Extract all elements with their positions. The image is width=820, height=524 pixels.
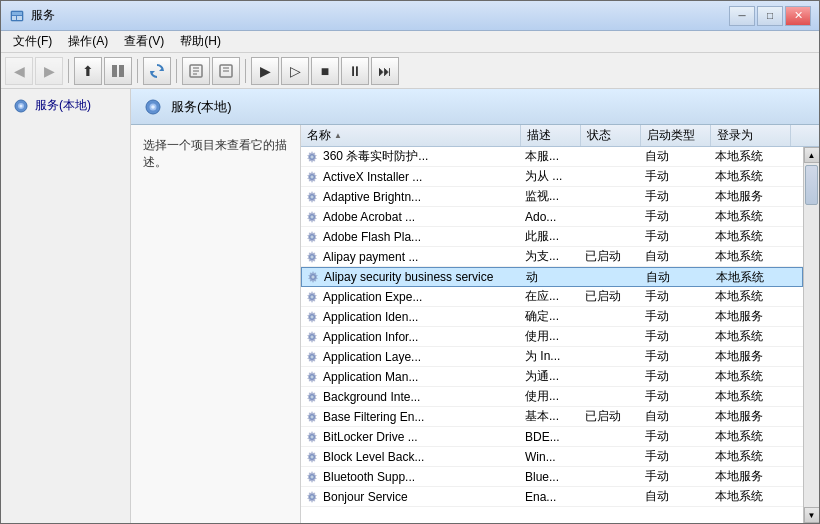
service-startup-cell: 手动 [641,187,711,206]
table-row[interactable]: Alipay payment ... 为支... 已启动 自动 本地系统 [301,247,803,267]
table-row[interactable]: Application Infor... 使用... 手动 本地系统 [301,327,803,347]
svg-rect-4 [112,65,117,77]
service-name-cell: Base Filtering En... [301,407,521,426]
service-desc-cell: Blue... [521,467,581,486]
svg-point-35 [311,236,313,238]
maximize-button[interactable]: □ [757,6,783,26]
back-button[interactable]: ◀ [5,57,33,85]
menu-help[interactable]: 帮助(H) [172,31,229,52]
service-status-cell: 已启动 [581,407,641,426]
refresh-button[interactable] [143,57,171,85]
header-login[interactable]: 登录为 [711,125,791,146]
service-login-cell: 本地服务 [711,307,791,326]
table-row[interactable]: ActiveX Installer ... 为从 ... 手动 本地系统 [301,167,803,187]
table-row[interactable]: Application Iden... 确定... 手动 本地服务 [301,307,803,327]
service-desc-cell: 为通... [521,367,581,386]
stop-button[interactable]: ■ [311,57,339,85]
show-hide-button[interactable] [104,57,132,85]
svg-rect-5 [119,65,124,77]
scrollbar[interactable]: ▲ ▼ [803,147,819,523]
service-login-cell: 本地系统 [711,327,791,346]
service-login-cell: 本地系统 [711,147,791,166]
service-name-cell: Application Man... [301,367,521,386]
service-login-cell: 本地系统 [711,287,791,306]
minimize-button[interactable]: ─ [729,6,755,26]
start-alt-button[interactable]: ▷ [281,57,309,85]
properties-button[interactable] [212,57,240,85]
service-startup-cell: 手动 [641,447,711,466]
up-button[interactable]: ⬆ [74,57,102,85]
service-icon [305,390,319,404]
window-controls: ─ □ ✕ [729,6,811,26]
menu-file[interactable]: 文件(F) [5,31,60,52]
table-row[interactable]: 360 杀毒实时防护... 本服... 自动 本地系统 [301,147,803,167]
service-name-cell: Block Level Back... [301,447,521,466]
table-row[interactable]: Application Man... 为通... 手动 本地系统 [301,367,803,387]
service-status-cell [581,447,641,466]
service-status-cell [581,187,641,206]
service-status-cell [581,307,641,326]
table-row[interactable]: Alipay security business service 动 自动 本地… [301,267,803,287]
service-name-cell: Adaptive Brightn... [301,187,521,206]
svg-point-56 [311,376,313,378]
service-login-cell: 本地系统 [711,487,791,506]
service-status-cell [581,367,641,386]
pause-button[interactable]: ⏸ [341,57,369,85]
service-name-cell: Application Iden... [301,307,521,326]
service-list[interactable]: 360 杀毒实时防护... 本服... 自动 本地系统 ActiveX Inst… [301,147,803,523]
forward-button[interactable]: ▶ [35,57,63,85]
service-icon [305,490,319,504]
service-login-cell: 本地系统 [711,427,791,446]
scrollbar-track[interactable] [804,163,819,507]
service-icon [305,190,319,204]
header-status[interactable]: 状态 [581,125,641,146]
table-row[interactable]: Base Filtering En... 基本... 已启动 自动 本地服务 [301,407,803,427]
service-login-cell: 本地系统 [711,367,791,386]
service-icon [305,230,319,244]
service-icon [305,370,319,384]
service-name-cell: Bluetooth Supp... [301,467,521,486]
svg-point-32 [311,216,313,218]
table-row[interactable]: Block Level Back... Win... 手动 本地系统 [301,447,803,467]
service-desc-cell: Win... [521,447,581,466]
header-startup[interactable]: 启动类型 [641,125,711,146]
service-startup-cell: 手动 [641,467,711,486]
service-status-cell [581,147,641,166]
restart-button[interactable]: ⏭ [371,57,399,85]
table-row[interactable]: Adobe Flash Pla... 此服... 手动 本地系统 [301,227,803,247]
table-row[interactable]: Bluetooth Supp... Blue... 手动 本地服务 [301,467,803,487]
svg-point-50 [311,336,313,338]
table-row[interactable]: Application Expe... 在应... 已启动 手动 本地系统 [301,287,803,307]
service-login-cell: 本地系统 [711,227,791,246]
scroll-down-button[interactable]: ▼ [804,507,820,523]
scrollbar-thumb[interactable] [805,165,818,205]
toolbar-separator-4 [245,59,246,83]
main-window: 服务 ─ □ ✕ 文件(F) 操作(A) 查看(V) 帮助(H) ◀ ▶ ⬆ [0,0,820,524]
table-row[interactable]: BitLocker Drive ... BDE... 手动 本地系统 [301,427,803,447]
start-button[interactable]: ▶ [251,57,279,85]
service-login-cell: 本地服务 [711,467,791,486]
service-name-cell: Adobe Acrobat ... [301,207,521,226]
scroll-up-button[interactable]: ▲ [804,147,820,163]
table-row[interactable]: Adaptive Brightn... 监视... 手动 本地服务 [301,187,803,207]
close-button[interactable]: ✕ [785,6,811,26]
service-desc-cell: 在应... [521,287,581,306]
window-icon [9,8,25,24]
header-name[interactable]: 名称 ▲ [301,125,521,146]
service-status-cell [581,487,641,506]
service-startup-cell: 自动 [641,147,711,166]
table-row[interactable]: Adobe Acrobat ... Ado... 手动 本地系统 [301,207,803,227]
left-panel-item-services[interactable]: 服务(本地) [1,89,130,122]
export-button[interactable] [182,57,210,85]
service-desc-cell: 为 In... [521,347,581,366]
service-desc-cell: 此服... [521,227,581,246]
svg-rect-1 [12,12,22,15]
table-row[interactable]: Application Laye... 为 In... 手动 本地服务 [301,347,803,367]
header-desc[interactable]: 描述 [521,125,581,146]
service-startup-cell: 手动 [641,307,711,326]
table-row[interactable]: Background Inte... 使用... 手动 本地系统 [301,387,803,407]
menu-view[interactable]: 查看(V) [116,31,172,52]
table-row[interactable]: Bonjour Service Ena... 自动 本地系统 [301,487,803,507]
menu-action[interactable]: 操作(A) [60,31,116,52]
svg-point-53 [311,356,313,358]
